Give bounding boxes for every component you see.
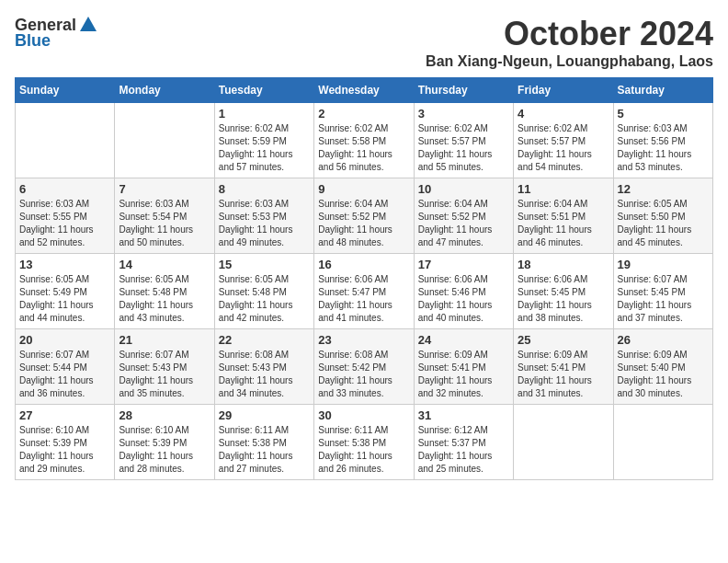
- day-number: 14: [119, 258, 210, 271]
- header-day-wednesday: Wednesday: [314, 78, 414, 103]
- day-info: Sunrise: 6:11 AM Sunset: 5:38 PM Dayligh…: [219, 424, 310, 476]
- calendar-cell: 28Sunrise: 6:10 AM Sunset: 5:39 PM Dayli…: [115, 405, 214, 480]
- day-info: Sunrise: 6:10 AM Sunset: 5:39 PM Dayligh…: [19, 424, 110, 476]
- calendar-cell: [613, 405, 712, 480]
- header-day-saturday: Saturday: [613, 78, 712, 103]
- day-info: Sunrise: 6:03 AM Sunset: 5:53 PM Dayligh…: [219, 198, 310, 249]
- day-info: Sunrise: 6:03 AM Sunset: 5:55 PM Dayligh…: [19, 198, 110, 249]
- day-number: 29: [219, 408, 310, 422]
- day-number: 12: [618, 182, 709, 196]
- calendar-cell: 20Sunrise: 6:07 AM Sunset: 5:44 PM Dayli…: [16, 329, 115, 405]
- day-number: 2: [318, 107, 409, 121]
- day-number: 10: [418, 182, 509, 196]
- calendar-cell: [16, 103, 115, 178]
- day-number: 24: [418, 333, 509, 347]
- calendar-cell: 14Sunrise: 6:05 AM Sunset: 5:48 PM Dayli…: [115, 254, 214, 329]
- calendar-cell: 3Sunrise: 6:02 AM Sunset: 5:57 PM Daylig…: [414, 103, 513, 178]
- day-info: Sunrise: 6:06 AM Sunset: 5:45 PM Dayligh…: [518, 273, 609, 325]
- day-info: Sunrise: 6:10 AM Sunset: 5:39 PM Dayligh…: [119, 424, 210, 476]
- day-number: 7: [119, 182, 210, 196]
- day-info: Sunrise: 6:02 AM Sunset: 5:57 PM Dayligh…: [418, 122, 509, 174]
- day-info: Sunrise: 6:07 AM Sunset: 5:45 PM Dayligh…: [618, 273, 709, 325]
- day-info: Sunrise: 6:02 AM Sunset: 5:59 PM Dayligh…: [219, 122, 310, 174]
- calendar-cell: 29Sunrise: 6:11 AM Sunset: 5:38 PM Dayli…: [214, 405, 313, 480]
- day-info: Sunrise: 6:06 AM Sunset: 5:46 PM Dayligh…: [418, 273, 509, 325]
- day-info: Sunrise: 6:03 AM Sunset: 5:56 PM Dayligh…: [618, 122, 709, 174]
- day-number: 28: [119, 408, 210, 422]
- calendar-cell: 16Sunrise: 6:06 AM Sunset: 5:47 PM Dayli…: [314, 254, 414, 329]
- day-info: Sunrise: 6:06 AM Sunset: 5:47 PM Dayligh…: [318, 273, 409, 325]
- day-info: Sunrise: 6:04 AM Sunset: 5:52 PM Dayligh…: [318, 198, 409, 249]
- calendar-cell: 4Sunrise: 6:02 AM Sunset: 5:57 PM Daylig…: [514, 103, 613, 178]
- day-info: Sunrise: 6:05 AM Sunset: 5:50 PM Dayligh…: [618, 198, 709, 249]
- calendar-cell: 13Sunrise: 6:05 AM Sunset: 5:49 PM Dayli…: [16, 254, 115, 329]
- day-info: Sunrise: 6:09 AM Sunset: 5:40 PM Dayligh…: [618, 349, 709, 400]
- day-number: 31: [418, 408, 509, 422]
- day-info: Sunrise: 6:05 AM Sunset: 5:49 PM Dayligh…: [19, 273, 110, 325]
- day-number: 3: [418, 107, 509, 121]
- day-info: Sunrise: 6:09 AM Sunset: 5:41 PM Dayligh…: [418, 349, 509, 400]
- day-number: 11: [518, 182, 609, 196]
- week-row-0: 1Sunrise: 6:02 AM Sunset: 5:59 PM Daylig…: [16, 103, 713, 178]
- day-number: 26: [618, 333, 709, 347]
- day-number: 18: [518, 258, 609, 271]
- calendar-cell: 2Sunrise: 6:02 AM Sunset: 5:58 PM Daylig…: [314, 103, 414, 178]
- calendar-cell: 25Sunrise: 6:09 AM Sunset: 5:41 PM Dayli…: [514, 329, 613, 405]
- calendar-cell: 27Sunrise: 6:10 AM Sunset: 5:39 PM Dayli…: [16, 405, 115, 480]
- calendar-cell: 11Sunrise: 6:04 AM Sunset: 5:51 PM Dayli…: [514, 178, 613, 254]
- week-row-1: 6Sunrise: 6:03 AM Sunset: 5:55 PM Daylig…: [16, 178, 713, 254]
- header-row: SundayMondayTuesdayWednesdayThursdayFrid…: [16, 78, 713, 103]
- day-number: 22: [219, 333, 310, 347]
- month-title: October 2024: [426, 15, 713, 53]
- calendar-cell: 9Sunrise: 6:04 AM Sunset: 5:52 PM Daylig…: [314, 178, 414, 254]
- calendar-cell: 5Sunrise: 6:03 AM Sunset: 5:56 PM Daylig…: [613, 103, 712, 178]
- day-number: 17: [418, 258, 509, 271]
- day-number: 25: [518, 333, 609, 347]
- calendar-cell: 30Sunrise: 6:11 AM Sunset: 5:38 PM Dayli…: [314, 405, 414, 480]
- calendar-cell: 15Sunrise: 6:05 AM Sunset: 5:48 PM Dayli…: [214, 254, 313, 329]
- logo-icon: [78, 15, 98, 35]
- day-info: Sunrise: 6:02 AM Sunset: 5:58 PM Dayligh…: [318, 122, 409, 174]
- calendar-cell: 12Sunrise: 6:05 AM Sunset: 5:50 PM Dayli…: [613, 178, 712, 254]
- day-info: Sunrise: 6:09 AM Sunset: 5:41 PM Dayligh…: [518, 349, 609, 400]
- calendar-cell: 6Sunrise: 6:03 AM Sunset: 5:55 PM Daylig…: [16, 178, 115, 254]
- day-number: 5: [618, 107, 709, 121]
- day-info: Sunrise: 6:04 AM Sunset: 5:52 PM Dayligh…: [418, 198, 509, 249]
- day-number: 1: [219, 107, 310, 121]
- calendar-cell: 18Sunrise: 6:06 AM Sunset: 5:45 PM Dayli…: [514, 254, 613, 329]
- week-row-3: 20Sunrise: 6:07 AM Sunset: 5:44 PM Dayli…: [16, 329, 713, 405]
- header-day-sunday: Sunday: [16, 78, 115, 103]
- calendar-cell: 8Sunrise: 6:03 AM Sunset: 5:53 PM Daylig…: [214, 178, 313, 254]
- day-info: Sunrise: 6:05 AM Sunset: 5:48 PM Dayligh…: [119, 273, 210, 325]
- day-number: 19: [618, 258, 709, 271]
- calendar-body: 1Sunrise: 6:02 AM Sunset: 5:59 PM Daylig…: [16, 103, 713, 480]
- day-info: Sunrise: 6:07 AM Sunset: 5:43 PM Dayligh…: [119, 349, 210, 400]
- day-info: Sunrise: 6:05 AM Sunset: 5:48 PM Dayligh…: [219, 273, 310, 325]
- week-row-4: 27Sunrise: 6:10 AM Sunset: 5:39 PM Dayli…: [16, 405, 713, 480]
- calendar-cell: 24Sunrise: 6:09 AM Sunset: 5:41 PM Dayli…: [414, 329, 513, 405]
- day-info: Sunrise: 6:11 AM Sunset: 5:38 PM Dayligh…: [318, 424, 409, 476]
- day-number: 15: [219, 258, 310, 271]
- day-number: 9: [318, 182, 409, 196]
- calendar-cell: 19Sunrise: 6:07 AM Sunset: 5:45 PM Dayli…: [613, 254, 712, 329]
- day-number: 30: [318, 408, 409, 422]
- day-number: 27: [19, 408, 110, 422]
- calendar-cell: 7Sunrise: 6:03 AM Sunset: 5:54 PM Daylig…: [115, 178, 214, 254]
- calendar-cell: 26Sunrise: 6:09 AM Sunset: 5:40 PM Dayli…: [613, 329, 712, 405]
- day-number: 20: [19, 333, 110, 347]
- logo: General Blue: [15, 15, 98, 51]
- calendar-cell: 22Sunrise: 6:08 AM Sunset: 5:43 PM Dayli…: [214, 329, 313, 405]
- calendar-cell: [115, 103, 214, 178]
- svg-marker-0: [80, 17, 97, 31]
- day-number: 23: [318, 333, 409, 347]
- calendar-cell: 23Sunrise: 6:08 AM Sunset: 5:42 PM Dayli…: [314, 329, 414, 405]
- header-day-friday: Friday: [514, 78, 613, 103]
- header-day-tuesday: Tuesday: [214, 78, 313, 103]
- calendar-cell: 31Sunrise: 6:12 AM Sunset: 5:37 PM Dayli…: [414, 405, 513, 480]
- title-area: October 2024 Ban Xiang-Ngeun, Louangphab…: [426, 15, 713, 70]
- header-day-monday: Monday: [115, 78, 214, 103]
- day-info: Sunrise: 6:04 AM Sunset: 5:51 PM Dayligh…: [518, 198, 609, 249]
- day-info: Sunrise: 6:08 AM Sunset: 5:43 PM Dayligh…: [219, 349, 310, 400]
- day-number: 13: [19, 258, 110, 271]
- header-day-thursday: Thursday: [414, 78, 513, 103]
